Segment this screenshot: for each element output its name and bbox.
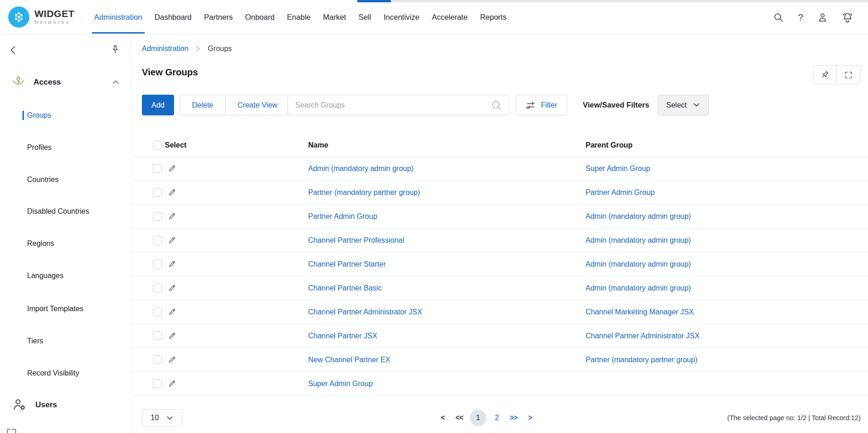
filter-button[interactable]: Filter — [516, 95, 567, 115]
notifications-icon[interactable] — [842, 11, 853, 23]
table-row: Admin (mandatory admin group) Super Admi… — [132, 157, 868, 181]
prev-page-button[interactable]: < — [437, 414, 449, 422]
edit-pencil-icon[interactable] — [168, 283, 177, 292]
edit-pencil-icon[interactable] — [168, 379, 177, 388]
logo-network-icon — [8, 6, 29, 28]
chevron-up-icon[interactable] — [111, 77, 121, 87]
parent-group-link[interactable]: Channel Marketing Manager JSX — [586, 308, 694, 317]
search-icon[interactable] — [773, 12, 784, 23]
edit-pencil-icon[interactable] — [168, 164, 177, 173]
filter-label: Filter — [541, 101, 558, 109]
edit-pencil-icon[interactable] — [168, 188, 177, 197]
row-checkbox[interactable] — [153, 236, 162, 245]
fullscreen-button[interactable] — [837, 65, 861, 85]
sidebar-item-record-visibility[interactable]: Record Visibility — [27, 368, 79, 378]
parent-group-link[interactable]: Admin (mandatory admin group) — [586, 236, 691, 245]
header-actions: ? — [773, 0, 853, 34]
app-header: WIDGET Networks Administration Dashboard… — [0, 0, 868, 34]
search-icon[interactable] — [490, 99, 502, 111]
edit-pencil-icon[interactable] — [168, 259, 177, 268]
nav-incentivize[interactable]: Incentivize — [383, 0, 419, 34]
row-checkbox[interactable] — [153, 379, 162, 388]
sidebar-item-countries[interactable]: Countries — [27, 175, 58, 185]
help-icon[interactable]: ? — [798, 12, 803, 23]
app-logo[interactable]: WIDGET Networks — [8, 6, 74, 28]
table-row: Channel Partner JSX Channel Partner Admi… — [132, 324, 868, 348]
group-name-link[interactable]: Channel Partner Starter — [308, 260, 386, 269]
parent-group-link[interactable]: Admin (mandatory admin group) — [586, 212, 691, 221]
sidebar-item-profiles[interactable]: Profiles — [27, 142, 51, 153]
row-checkbox[interactable] — [153, 284, 162, 292]
sidebar-item-groups[interactable]: Groups — [27, 110, 51, 120]
parent-group-link[interactable]: Channel Partner Administrator JSX — [586, 331, 699, 341]
row-checkbox[interactable] — [153, 188, 162, 197]
create-view-button[interactable]: Create View — [225, 95, 289, 115]
row-checkbox[interactable] — [153, 212, 162, 221]
edit-pencil-icon[interactable] — [168, 331, 177, 340]
row-checkbox[interactable] — [153, 331, 162, 340]
group-name-link[interactable]: Channel Partner JSX — [308, 331, 377, 341]
pushpin-icon — [820, 70, 830, 80]
delete-button[interactable]: Delete — [180, 95, 225, 115]
next-set-button[interactable]: >> — [507, 414, 519, 422]
sidebar-item-tiers[interactable]: Tiers — [27, 336, 43, 346]
user-icon[interactable] — [817, 12, 828, 23]
sidebar-item-regions[interactable]: Regions — [27, 239, 54, 249]
group-name-link[interactable]: Channel Partner Professional — [308, 236, 404, 245]
prev-set-button[interactable]: << — [453, 414, 465, 422]
page-size-select[interactable]: 10 — [142, 409, 182, 427]
pin-page-button[interactable] — [813, 65, 837, 85]
logo-title: WIDGET — [34, 9, 74, 19]
row-checkbox[interactable] — [153, 355, 162, 364]
nav-market[interactable]: Market — [323, 0, 346, 34]
sidebar-item-languages[interactable]: Languages — [27, 271, 63, 281]
page-1-button-current[interactable]: 1 — [470, 410, 486, 426]
sidebar-pin-icon[interactable] — [110, 44, 120, 55]
parent-group-link[interactable]: Admin (mandatory admin group) — [586, 284, 691, 293]
page-2-button[interactable]: 2 — [491, 414, 503, 422]
add-button[interactable]: Add — [142, 95, 174, 115]
select-all-checkbox[interactable] — [153, 141, 162, 149]
parent-group-link[interactable]: Super Admin Group — [586, 164, 650, 173]
top-horizontal-scrollbar[interactable] — [357, 0, 868, 2]
filter-sliders-icon — [526, 100, 536, 110]
scrollbar-thumb[interactable] — [357, 0, 391, 2]
nav-administration[interactable]: Administration — [94, 0, 142, 34]
parent-group-link[interactable]: Admin (mandatory admin group) — [586, 260, 691, 269]
group-name-link[interactable]: New Channel Partner EX — [308, 355, 390, 365]
nav-onboard[interactable]: Onboard — [245, 0, 275, 34]
parent-group-link[interactable]: Partner Admin Group — [586, 188, 654, 197]
sidebar-item-disabled-countries[interactable]: Disabled Countries — [27, 206, 89, 216]
nav-dashboard[interactable]: Dashboard — [155, 0, 192, 34]
next-page-button[interactable]: > — [524, 414, 536, 422]
nav-partners[interactable]: Partners — [204, 0, 232, 34]
group-name-link[interactable]: Super Admin Group — [308, 379, 373, 388]
row-checkbox[interactable] — [153, 164, 162, 173]
breadcrumb-administration[interactable]: Administration — [142, 45, 188, 53]
group-name-link[interactable]: Channel Partner Administrator JSX — [308, 308, 422, 317]
search-groups-input[interactable] — [294, 101, 490, 110]
edit-pencil-icon[interactable] — [168, 235, 177, 245]
group-name-link[interactable]: Partner Admin Group — [308, 212, 377, 221]
saved-filters-select[interactable]: Select — [658, 95, 709, 115]
group-name-link[interactable]: Channel Partner Basic — [308, 284, 382, 293]
table-row: Channel Partner Basic Admin (mandatory a… — [132, 276, 868, 300]
edit-pencil-icon[interactable] — [168, 355, 177, 364]
sidebar-section-access[interactable]: Access — [11, 74, 121, 90]
group-name-link[interactable]: Admin (mandatory admin group) — [308, 164, 413, 173]
nav-enable[interactable]: Enable — [287, 0, 310, 34]
group-name-link[interactable]: Partner (mandatory partner group) — [308, 188, 420, 197]
nav-accelerate[interactable]: Accelerate — [432, 0, 468, 34]
sidebar-item-import-templates[interactable]: Import Templates — [27, 304, 83, 314]
edit-pencil-icon[interactable] — [168, 307, 177, 316]
sidebar-collapse-icon[interactable] — [7, 44, 19, 56]
edit-pencil-icon[interactable] — [168, 211, 177, 221]
nav-sell[interactable]: Sell — [359, 0, 372, 34]
chevron-down-icon — [693, 101, 700, 109]
row-checkbox[interactable] — [153, 308, 162, 316]
pager: < << 1 2 >> > — [437, 409, 536, 427]
sidebar-section-users[interactable]: Users — [12, 397, 57, 412]
nav-reports[interactable]: Reports — [480, 0, 507, 34]
row-checkbox[interactable] — [153, 260, 162, 268]
parent-group-link[interactable]: Partner (mandatory partner group) — [586, 355, 698, 365]
